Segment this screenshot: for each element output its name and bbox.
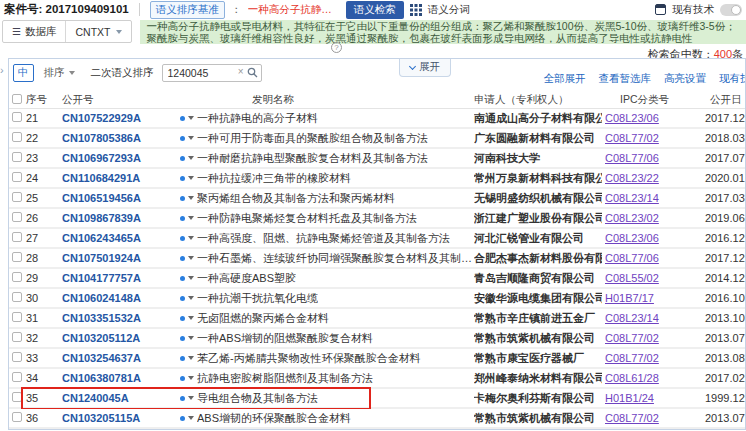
row-expand-caret-icon[interactable]	[188, 116, 194, 120]
ipc-class-link[interactable]: C08L55/02	[605, 272, 659, 284]
query-text[interactable]: 一种高分子抗静电或...	[248, 3, 340, 17]
select-all-checkbox[interactable]	[12, 94, 22, 104]
table-row[interactable]: 24 CN110684291A 一种抗拉缓冲三角带的橡胶材料 常州万泉新材料科技…	[9, 169, 745, 189]
invention-title[interactable]: 无卤阻燃的聚丙烯合金材料	[197, 311, 329, 326]
ipc-class-link[interactable]: C08L77/02	[605, 132, 659, 144]
invention-title[interactable]: 抗静电密胺树脂阻燃剂及其制备方法	[197, 371, 373, 386]
row-expand-caret-icon[interactable]	[188, 156, 194, 160]
row-expand-caret-icon[interactable]	[188, 176, 194, 180]
publication-number-link[interactable]: CN1240045A	[62, 392, 129, 404]
table-row[interactable]: 22 CN107805386A 一种可用于防毒面具的聚酰胺组合物及制备方法 广东…	[9, 129, 745, 149]
publication-number-link[interactable]: CN106024148A	[62, 292, 141, 304]
publication-number-link[interactable]: CN103205112A	[62, 332, 140, 344]
row-expand-caret-icon[interactable]	[188, 216, 194, 220]
ipc-class-link[interactable]: C08L23/14	[605, 192, 659, 204]
ipc-class-link[interactable]: C08L23/02	[605, 212, 659, 224]
ipc-class-link[interactable]: C08L23/06	[605, 232, 659, 244]
tab-database[interactable]: ☰ 数据库	[3, 21, 65, 42]
publication-number-link[interactable]: CN106380781A	[62, 372, 141, 384]
row-checkbox[interactable]	[12, 392, 22, 402]
invention-title[interactable]: ABS增韧的环保聚酰胺合金材料	[197, 411, 351, 426]
ipc-class-link[interactable]: C08L77/06	[605, 252, 659, 264]
invention-title[interactable]: 一种防静电聚烯烃复合材料托盘及其制备方法	[197, 211, 417, 226]
invention-title[interactable]: 一种抗潮干扰抗氧化电缆	[197, 291, 318, 306]
row-checkbox[interactable]	[12, 412, 22, 422]
table-row[interactable]: 34 CN106380781A 抗静电密胺树脂阻燃剂及其制备方法 郑州峰泰纳米材…	[9, 369, 745, 389]
row-expand-caret-icon[interactable]	[188, 376, 194, 380]
ipc-class-link[interactable]: C08L77/02	[605, 352, 659, 364]
row-expand-caret-icon[interactable]	[188, 136, 194, 140]
ipc-class-link[interactable]: C08L61/28	[605, 372, 659, 384]
table-row[interactable]: 27 CN106243465A 一种高强度、阻燃、抗静电聚烯烃管道及其制备方法 …	[9, 229, 745, 249]
view-shortlist-link[interactable]: 查看暂选库	[599, 72, 652, 86]
table-row[interactable]: 35 CN1240045A 导电组合物及其制备方法 卡梅尔奥利芬斯有限公司 H0…	[9, 389, 745, 409]
table-row[interactable]: 36 CN103205115A ABS增韧的环保聚酰胺合金材料 常熟市筑紫机械有…	[9, 409, 745, 429]
publication-number-link[interactable]: CN106519456A	[62, 192, 141, 204]
ipc-class-link[interactable]: C08L23/22	[605, 172, 659, 184]
invention-title[interactable]: 一种ABS增韧的阻燃聚酰胺复合材料	[197, 331, 373, 346]
ipc-class-link[interactable]: C08L77/02	[605, 412, 659, 424]
publication-number-link[interactable]: CN103254637A	[62, 352, 141, 364]
table-row[interactable]: 32 CN103205112A 一种ABS增韧的阻燃聚酰胺复合材料 常熟市筑紫机…	[9, 329, 745, 349]
semantic-search-button[interactable]: 语义检索	[346, 1, 404, 19]
row-checkbox[interactable]	[12, 192, 22, 202]
row-expand-caret-icon[interactable]	[188, 196, 194, 200]
table-row[interactable]: 25 CN106519456A 聚丙烯组合物及其制备方法和聚丙烯材料 无锡明盛纺…	[9, 189, 745, 209]
chinese-filter-button[interactable]: 中	[13, 64, 34, 82]
publication-number-link[interactable]: CN103351532A	[62, 312, 141, 324]
row-expand-caret-icon[interactable]	[188, 336, 194, 340]
sort-dropdown[interactable]: 排序	[44, 66, 65, 80]
prior-art-toggle[interactable]	[720, 4, 742, 16]
row-expand-caret-icon[interactable]	[188, 256, 194, 260]
invention-title[interactable]: 聚丙烯组合物及其制备方法和聚丙烯材料	[197, 191, 395, 206]
publication-number-link[interactable]: CN107805386A	[62, 132, 141, 144]
ipc-class-link[interactable]: C08L23/14	[605, 312, 659, 324]
publication-number-link[interactable]: CN106967293A	[62, 152, 141, 164]
row-expand-caret-icon[interactable]	[188, 356, 194, 360]
help-icon[interactable]: ?	[331, 42, 342, 53]
row-checkbox[interactable]	[12, 132, 22, 142]
ipc-class-link[interactable]: C08L77/06	[605, 152, 659, 164]
calendar-icon[interactable]	[655, 4, 666, 15]
publication-number-link[interactable]: CN106243465A	[62, 232, 141, 244]
publication-number-link[interactable]: CN109867839A	[62, 212, 141, 224]
table-row[interactable]: 28 CN107501924A 一种石墨烯、连续玻纤协同增强聚酰胺复合材料及其制…	[9, 249, 745, 269]
table-row[interactable]: 26 CN109867839A 一种防静电聚烯烃复合材料托盘及其制备方法 浙江建…	[9, 209, 745, 229]
invention-title[interactable]: 导电组合物及其制备方法	[197, 391, 318, 406]
prior-art-link[interactable]: 现有技术	[719, 72, 746, 86]
row-expand-caret-icon[interactable]	[188, 276, 194, 280]
invention-title[interactable]: 一种抗静电的高分子材料	[197, 111, 318, 126]
sort-caret-icon[interactable]	[69, 71, 75, 75]
publication-number-link[interactable]: CN104177757A	[62, 272, 141, 284]
row-checkbox[interactable]	[12, 112, 22, 122]
row-checkbox[interactable]	[12, 292, 22, 302]
row-checkbox[interactable]	[12, 312, 22, 322]
invention-title[interactable]: 一种石墨烯、连续玻纤协同增强聚酰胺复合材料及其制备方法	[197, 251, 474, 266]
table-row[interactable]: 21 CN107522929A 一种抗静电的高分子材料 南通成山高分子材料有限公…	[9, 109, 745, 129]
panel-collapse-arrow-icon[interactable]: ›	[0, 64, 4, 76]
table-row[interactable]: 31 CN103351532A 无卤阻燃的聚丙烯合金材料 常熟市辛庄镇前进五金厂…	[9, 309, 745, 329]
row-expand-caret-icon[interactable]	[188, 316, 194, 320]
table-row[interactable]: 30 CN106024148A 一种抗潮干扰抗氧化电缆 安徽华源电缆集团有限公司…	[9, 289, 745, 309]
publication-number-link[interactable]: CN103205115A	[62, 412, 140, 424]
publication-number-link[interactable]: CN107522929A	[62, 112, 141, 124]
ipc-class-link[interactable]: C08L77/02	[605, 332, 659, 344]
highlight-settings-link[interactable]: 高亮设置	[664, 72, 706, 86]
row-expand-caret-icon[interactable]	[188, 296, 194, 300]
row-checkbox[interactable]	[12, 172, 22, 182]
tab-cntxt[interactable]: CNTXT	[65, 21, 131, 42]
table-row[interactable]: 29 CN104177757A 一种高硬度ABS塑胶 青岛吉顺隆商贸有限公司 C…	[9, 269, 745, 289]
invention-title[interactable]: 一种高硬度ABS塑胶	[197, 271, 296, 286]
ipc-class-link[interactable]: C08L23/06	[605, 112, 659, 124]
expand-all-link[interactable]: 全部展开	[544, 72, 586, 86]
row-checkbox[interactable]	[12, 352, 22, 362]
invention-title[interactable]: 一种高强度、阻燃、抗静电聚烯烃管道及其制备方法	[197, 231, 450, 246]
row-expand-caret-icon[interactable]	[188, 396, 194, 400]
semantic-sort-base-button[interactable]: 语义排序基准	[150, 1, 225, 19]
ipc-class-link[interactable]: H01B1/24	[605, 392, 654, 404]
search-icon[interactable]	[247, 67, 258, 78]
ipc-class-link[interactable]: H01B7/17	[605, 292, 654, 304]
row-checkbox[interactable]	[12, 252, 22, 262]
publication-number-link[interactable]: CN110684291A	[62, 172, 140, 184]
invention-title[interactable]: 一种耐磨抗静电型聚酰胺复合材料及其制备方法	[197, 151, 428, 166]
